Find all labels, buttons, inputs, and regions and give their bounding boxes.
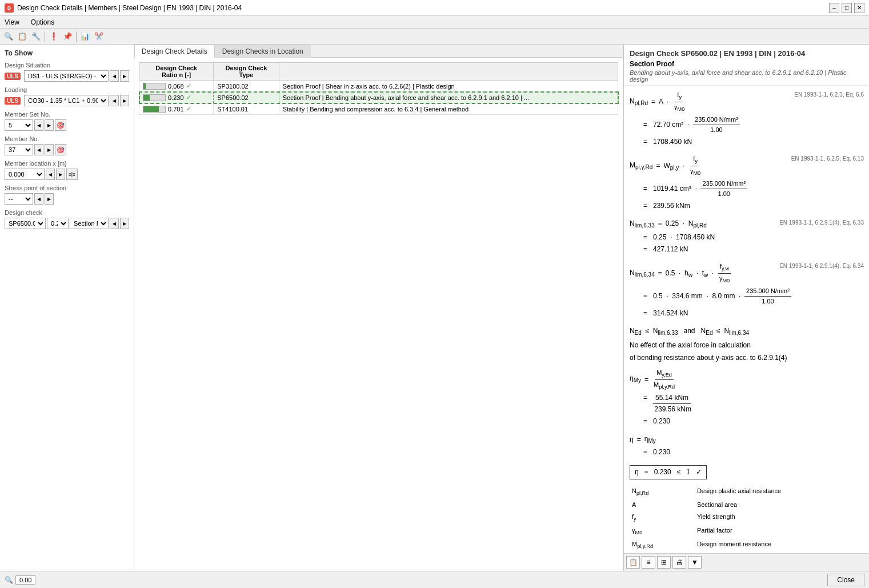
toolbar-chart-btn[interactable]: 📊	[79, 30, 91, 43]
right-panel-wrapper: Design Check SP6500.02 | EN 1993 | DIN |…	[623, 45, 869, 571]
toolbar-search-btn[interactable]: 🔍	[2, 30, 15, 43]
member-set-label: Member Set No.	[5, 111, 129, 118]
status-search: 🔍 0.00	[5, 575, 35, 585]
footer-list-btn[interactable]: ≡	[642, 556, 655, 569]
n-lim634-label: Nlim,6.34	[630, 267, 655, 279]
right-panel-subtitle: Bending about y-axis, axial force and sh…	[630, 69, 864, 83]
col-desc	[279, 63, 618, 81]
ms-next-btn[interactable]: ▶	[45, 119, 54, 131]
dc-next-btn[interactable]: ▶	[120, 218, 129, 229]
n-lim634-calc: = 0.5 · 334.6 mm · 8.0 mm · 235.000 N/mm…	[643, 286, 864, 307]
eta-my-label: ηMy	[630, 373, 641, 385]
design-situation-select[interactable]: DS1 - ULS (STR/GEO) - Perma...	[24, 70, 109, 82]
toolbar-alert-btn[interactable]: ❗	[47, 30, 60, 43]
menu-view[interactable]: View	[2, 18, 22, 27]
ratio-bar	[143, 106, 159, 112]
search-icon[interactable]: 🔍	[5, 576, 13, 584]
toolbar-doc-btn[interactable]: 📋	[16, 30, 29, 43]
n-lim633-ref: EN 1993-1-1, 6.2.9.1(4), Eq. 6.33	[779, 218, 864, 227]
toolbar: 🔍 📋 🔧 ❗ 📌 📊 ✂️	[0, 29, 869, 45]
design-check-label: Design check	[5, 209, 129, 216]
sp-prev-btn[interactable]: ◀	[34, 193, 43, 205]
tab-design-check-details[interactable]: Design Check Details	[134, 45, 215, 58]
formula-m-plyrd: Mpl,y,Rd = Wpl,y · fyγM0 EN 1993-1-1, 6.…	[630, 154, 864, 211]
close-button[interactable]: Close	[827, 574, 864, 586]
minimize-button[interactable]: –	[829, 3, 839, 13]
ratio-cell: 0.230 ✓	[139, 92, 214, 103]
formula-n-lim633: Nlim,6.33 = 0.25 · Npl,Rd EN 1993-1-1, 6…	[630, 218, 864, 255]
ratio-cell: 0.068 ✓	[139, 81, 214, 92]
tab-design-checks-location[interactable]: Design Checks in Location	[215, 45, 311, 58]
ds-prev-btn[interactable]: ◀	[110, 70, 119, 82]
n-lim633-formula: 0.25 · Npl,Rd	[666, 218, 707, 230]
no-effect-line2: of bending resistance about y-axis acc. …	[630, 353, 864, 363]
design-check-type-select[interactable]: Section Pro...	[70, 218, 109, 229]
m-plyrd-eq: =	[656, 161, 660, 171]
menu-options[interactable]: Options	[29, 18, 57, 27]
check-type-cell: SP3100.02	[214, 81, 279, 92]
loading-select[interactable]: CO30 - 1.35 * LC1 + 0.90 * LC...	[24, 95, 109, 106]
footer-copy-btn[interactable]: 📋	[626, 556, 640, 569]
mn-pick-btn[interactable]: 🎯	[55, 144, 66, 155]
toolbar-separator-1	[45, 31, 45, 42]
footer-print-btn[interactable]: 🖨	[672, 556, 686, 569]
design-check-ratio-select[interactable]: 0.230	[47, 218, 69, 229]
table-row[interactable]: 0.701 ✓ ST4100.01 Stability | Bending an…	[139, 103, 618, 115]
ml-pick-btn[interactable]: x|x	[66, 169, 78, 180]
mn-prev-btn[interactable]: ◀	[34, 144, 43, 155]
design-situation-label: Design Situation	[5, 62, 129, 69]
n-plrd-formula: A · fyγM0	[659, 90, 686, 114]
design-check-id-select[interactable]: SP6500.02	[5, 218, 46, 229]
ratio-bar-container	[143, 94, 166, 101]
to-show-title: To Show	[5, 49, 129, 57]
eta-my-result: = 0.230	[643, 416, 864, 427]
formula-eta: η = ηMy = 0.230	[630, 434, 864, 458]
n-lim633-label: Nlim,6.33	[630, 218, 655, 230]
footer-dropdown-btn[interactable]: ▼	[688, 556, 702, 569]
toolbar-separator-2	[76, 31, 77, 42]
ratio-value: 0.068	[168, 83, 184, 90]
n-lim633-calc: = 0.25 · 1708.450 kN	[643, 232, 864, 243]
mn-next-btn[interactable]: ▶	[45, 144, 54, 155]
dc-prev-btn[interactable]: ◀	[110, 218, 119, 229]
toolbar-cut-btn[interactable]: ✂️	[93, 30, 105, 43]
load-prev-btn[interactable]: ◀	[110, 95, 119, 106]
table-row[interactable]: 0.068 ✓ SP3100.02 Section Proof | Shear …	[139, 81, 618, 92]
ml-next-btn[interactable]: ▶	[56, 169, 65, 180]
toolbar-config-btn[interactable]: 🔧	[30, 30, 42, 43]
right-panel-footer: 📋 ≡ ⊞ 🖨 ▼	[624, 553, 869, 571]
footer-table-btn[interactable]: ⊞	[657, 556, 671, 569]
n-plrd-ref: EN 1993-1-1, 6.2.3, Eq. 6.6	[794, 90, 864, 99]
legend-symbol: Npl,Rd	[630, 485, 695, 499]
restore-button[interactable]: □	[842, 3, 852, 13]
ms-pick-btn[interactable]: 🎯	[55, 119, 66, 131]
table-row[interactable]: 0.230 ✓ SP6500.02 Section Proof | Bendin…	[139, 92, 618, 103]
member-no-select[interactable]: 37	[5, 144, 33, 155]
status-bar: 🔍 0.00 Close	[0, 571, 869, 588]
sp-next-btn[interactable]: ▶	[45, 193, 54, 205]
app-icon: D	[5, 3, 14, 13]
close-window-button[interactable]: ✕	[854, 3, 864, 13]
ms-prev-btn[interactable]: ◀	[34, 119, 43, 131]
stress-point-select[interactable]: --	[5, 193, 33, 205]
eta-my-num: = 55.14 kNm	[643, 393, 864, 404]
legend-row: Mpl,y,Rd Design moment resistance	[630, 538, 864, 552]
desc-cell: Section Proof | Bending about y-axis, ax…	[279, 92, 618, 103]
toolbar-pin-btn[interactable]: 📌	[61, 30, 74, 43]
uls-badge-2: ULS	[5, 97, 21, 105]
legend-symbol: fy	[630, 511, 695, 525]
load-next-btn[interactable]: ▶	[120, 95, 129, 106]
table-container: Design CheckRatio n [-] Design CheckType	[134, 58, 623, 571]
member-no-label: Member No.	[5, 135, 129, 142]
member-location-select[interactable]: 0.000	[5, 169, 45, 180]
legend-row: fy Yield strength	[630, 511, 864, 525]
ml-prev-btn[interactable]: ◀	[46, 169, 55, 180]
design-situation-row: ULS DS1 - ULS (STR/GEO) - Perma... ◀ ▶	[5, 70, 129, 82]
check-mark: ✓	[186, 105, 191, 113]
check-mark: ✓	[186, 94, 191, 101]
ds-next-btn[interactable]: ▶	[120, 70, 129, 82]
eta-eq: =	[637, 434, 641, 445]
ratio-bar	[143, 83, 146, 89]
member-set-select[interactable]: 5	[5, 119, 33, 131]
center-panel: Design Check Details Design Checks in Lo…	[134, 45, 623, 571]
